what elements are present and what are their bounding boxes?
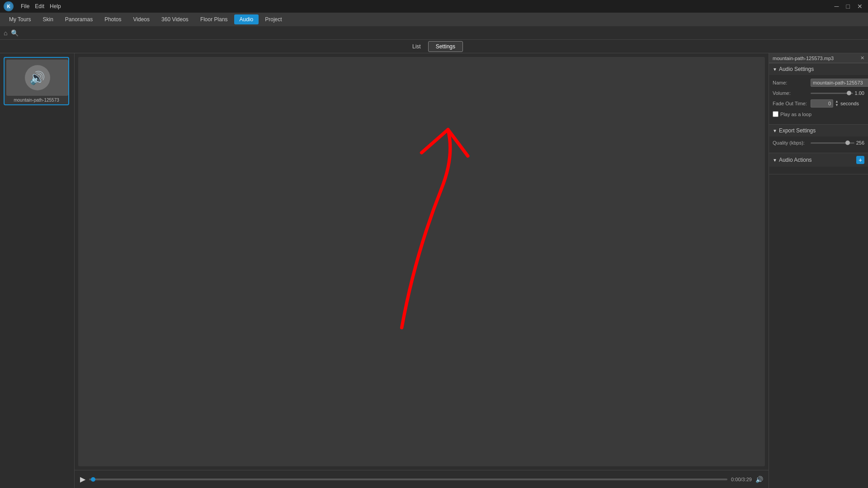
audio-settings-header-left: ▼ Audio Settings	[773, 66, 814, 72]
nav-audio[interactable]: Audio	[234, 14, 259, 24]
nav-panoramas[interactable]: Panoramas	[60, 14, 98, 24]
speaker-circle: 🔊	[25, 65, 50, 90]
audio-thumbnail[interactable]: 🔊 mountain-path-125573	[4, 57, 69, 105]
titlebar-menu: File Edit Help	[21, 3, 61, 9]
tab-settings[interactable]: Settings	[428, 41, 463, 52]
preview-area	[78, 57, 765, 466]
close-button[interactable]: ✕	[855, 3, 864, 10]
minimize-button[interactable]: ─	[833, 3, 841, 10]
main-content: 🔊 mountain-path-125573 ▶	[0, 53, 868, 488]
file-close-button[interactable]: ✕	[860, 55, 864, 61]
name-label: Name:	[773, 80, 809, 85]
titlebar: K File Edit Help ─ □ ✕	[0, 0, 868, 13]
audio-actions-section: ▼ Audio Actions +	[769, 153, 868, 174]
play-button[interactable]: ▶	[80, 475, 85, 483]
nav-project[interactable]: Project	[259, 14, 287, 24]
speaker-icon: 🔊	[29, 70, 45, 85]
audio-settings-chevron: ▼	[773, 67, 777, 72]
tabsbar: List Settings	[0, 40, 868, 53]
fade-out-input[interactable]	[811, 99, 833, 108]
audio-actions-header-left: ▼ Audio Actions	[773, 157, 812, 163]
nav-my-tours[interactable]: My Tours	[4, 14, 36, 24]
loop-checkbox[interactable]	[773, 111, 778, 117]
menu-help[interactable]: Help	[50, 3, 61, 9]
fade-out-label: Fade Out Time:	[773, 101, 809, 106]
titlebar-controls: ─ □ ✕	[833, 3, 864, 10]
arrow-drawing	[78, 57, 765, 466]
subnav: ⌂ 🔍	[0, 26, 868, 40]
export-settings-header[interactable]: ▼ Export Settings	[769, 125, 868, 136]
audio-thumb-icon: 🔊	[6, 60, 68, 96]
audio-actions-title: Audio Actions	[779, 157, 812, 163]
audio-settings-header[interactable]: ▼ Audio Settings	[769, 63, 868, 75]
quality-value: 256	[856, 140, 864, 145]
file-name: mountain-path-125573.mp3	[773, 56, 834, 61]
volume-slider[interactable]	[811, 93, 853, 94]
tab-list[interactable]: List	[405, 42, 428, 52]
menu-edit[interactable]: Edit	[35, 3, 44, 9]
volume-icon[interactable]: 🔊	[755, 476, 763, 483]
fade-out-down[interactable]: ▼	[835, 103, 839, 107]
loop-label[interactable]: Play as a loop	[780, 112, 811, 117]
nav-floor-plans[interactable]: Floor Plans	[195, 14, 233, 24]
audio-actions-add-button[interactable]: +	[856, 156, 864, 164]
progress-thumb[interactable]	[91, 477, 95, 482]
fade-out-row: Fade Out Time: ▲ ▼ seconds	[773, 99, 864, 108]
audio-thumb-label: mountain-path-125573	[6, 98, 66, 103]
audio-settings-section: ▼ Audio Settings Name: Volume: 1.00	[769, 63, 868, 125]
nav-360videos[interactable]: 360 Videos	[156, 14, 194, 24]
nav-skin[interactable]: Skin	[37, 14, 58, 24]
fade-out-unit: seconds	[840, 101, 859, 106]
volume-slider-thumb[interactable]	[847, 91, 851, 95]
audio-settings-content: Name: Volume: 1.00 Fade Out Time: ▲ ▼	[769, 75, 868, 124]
right-panel: mountain-path-125573.mp3 ✕ ▼ Audio Setti…	[769, 53, 868, 488]
name-input[interactable]	[811, 79, 868, 87]
time-display: 0:00/3:29	[731, 477, 752, 482]
menu-file[interactable]: File	[21, 3, 29, 9]
progress-bar[interactable]	[89, 479, 727, 480]
quality-slider-thumb[interactable]	[845, 141, 850, 145]
volume-row: Volume: 1.00	[773, 90, 864, 96]
navbar: My Tours Skin Panoramas Photos Videos 36…	[0, 13, 868, 26]
export-settings-chevron: ▼	[773, 128, 777, 133]
center-panel: ▶ 0:00/3:29 🔊	[75, 53, 769, 488]
app-logo: K	[4, 1, 14, 11]
export-settings-section: ▼ Export Settings Quality (kbps): 256	[769, 125, 868, 153]
export-settings-content: Quality (kbps): 256	[769, 136, 868, 153]
left-panel: 🔊 mountain-path-125573	[0, 53, 75, 488]
name-row: Name:	[773, 79, 864, 87]
home-icon[interactable]: ⌂	[4, 29, 7, 37]
volume-label: Volume:	[773, 90, 809, 96]
quality-row: Quality (kbps): 256	[773, 140, 864, 145]
fade-out-spinners: ▲ ▼	[835, 100, 839, 107]
nav-videos[interactable]: Videos	[128, 14, 155, 24]
volume-value: 1.00	[855, 90, 864, 96]
audio-actions-header[interactable]: ▼ Audio Actions +	[769, 153, 868, 167]
titlebar-left: K File Edit Help	[4, 1, 61, 11]
quality-label: Quality (kbps):	[773, 140, 809, 145]
audio-settings-title: Audio Settings	[779, 66, 814, 72]
quality-slider[interactable]	[811, 142, 854, 144]
nav-photos[interactable]: Photos	[99, 14, 127, 24]
loop-row: Play as a loop	[773, 111, 864, 117]
export-settings-title: Export Settings	[779, 127, 816, 134]
maximize-button[interactable]: □	[844, 3, 852, 10]
export-settings-header-left: ▼ Export Settings	[773, 127, 816, 134]
player-bar: ▶ 0:00/3:29 🔊	[75, 470, 769, 488]
audio-actions-chevron: ▼	[773, 158, 777, 163]
audio-actions-content	[769, 167, 868, 174]
search-icon[interactable]: 🔍	[11, 29, 19, 37]
file-bar: mountain-path-125573.mp3 ✕	[769, 53, 868, 63]
